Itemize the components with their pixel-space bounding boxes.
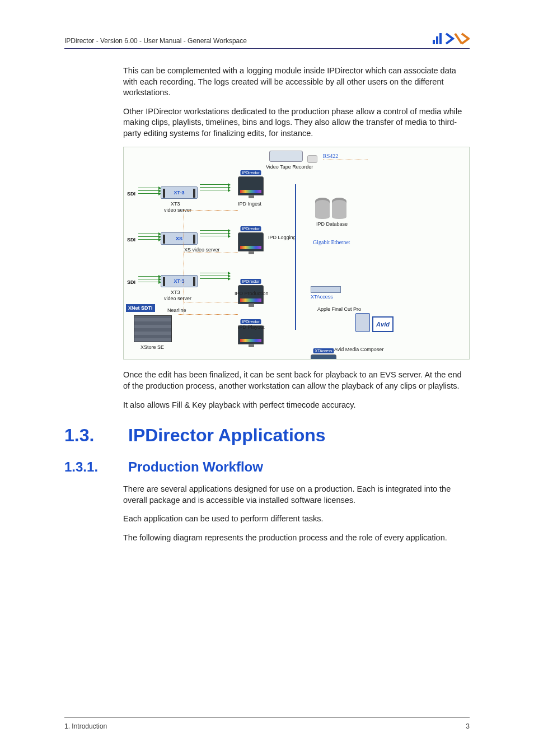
paragraph: There are several applications designed … (123, 484, 470, 506)
diagram-label: IPD Logging (268, 235, 296, 240)
body-column: This can be complemented with a logging … (64, 66, 470, 410)
paragraph: Once the edit has been finalized, it can… (123, 370, 470, 391)
diagram-label: SDI (127, 237, 135, 242)
evs-logo-bars-icon (433, 33, 442, 44)
diagram-label: XT3 (171, 201, 180, 207)
evs-logo-icon (445, 32, 470, 45)
diagram-label: Nearline (167, 307, 186, 313)
diagram-label: IPD Database (316, 221, 348, 227)
body-column: There are several applications designed … (64, 484, 470, 543)
diagram-label: Gigabit Ethernet (313, 239, 350, 245)
diagram-label: SDI (127, 191, 135, 197)
footer-section: 1. Introduction (64, 722, 107, 730)
subsection-heading: 1.3.1. Production Workflow (64, 459, 470, 475)
subsection-title: Production Workflow (128, 459, 263, 475)
section-heading: 1.3. IPDirector Applications (64, 425, 470, 446)
diagram-label: IPD Playout (238, 324, 265, 330)
diagram-label: SDI (127, 279, 135, 285)
paragraph: Each application can be used to perform … (123, 514, 470, 525)
document-page: IPDirector - Version 6.00 - User Manual … (0, 0, 534, 756)
diagram-label: Avid Media Composer (334, 347, 383, 352)
diagram-label: IPD Production (235, 291, 269, 296)
paragraph: It also allows Fill & Key playback with … (123, 400, 470, 411)
section-title: IPDirector Applications (128, 425, 326, 446)
diagram-label: XTAccess (311, 294, 333, 300)
diagram-label: XStore SE (140, 344, 164, 350)
evs-logo (433, 32, 470, 45)
diagram-label: XT3 (171, 290, 180, 295)
section-number: 1.3. (64, 425, 105, 446)
diagram-label: IPD Ingest (238, 201, 261, 207)
page-header: IPDirector - Version 6.00 - User Manual … (64, 32, 470, 49)
diagram-label: video server (164, 296, 191, 301)
header-breadcrumb: IPDirector - Version 6.00 - User Manual … (64, 37, 247, 45)
workflow-diagram: RS422 Video Tape Recorder SDI XT·3 XT3 v… (123, 147, 470, 360)
subsection-number: 1.3.1. (64, 459, 111, 475)
diagram-label: XS video server (184, 247, 220, 253)
footer-page-number: 3 (466, 722, 470, 730)
paragraph: The following diagram represents the pro… (123, 533, 470, 544)
diagram-label: Video Tape Recorder (266, 164, 313, 170)
paragraph: This can be complemented with a logging … (123, 66, 470, 99)
paragraph: Other IPDirector workstations dedicated … (123, 106, 470, 139)
diagram-label: Apple Final Cut Pro (317, 306, 361, 312)
diagram-label: XNet SDTI (126, 304, 155, 312)
page-footer: 1. Introduction 3 (64, 717, 470, 730)
diagram-label: RS422 (323, 153, 338, 159)
